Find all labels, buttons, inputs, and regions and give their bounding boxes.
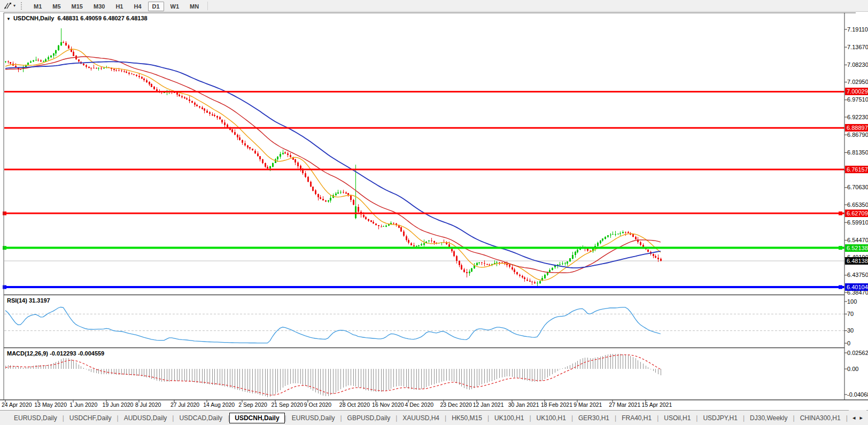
rsi-axis-label: 30 (847, 327, 854, 334)
tab-scrollers: ◂ ▸ (849, 410, 866, 425)
hline-handle-left[interactable] (3, 285, 6, 289)
symbol-tab-usdchf-daily[interactable]: USDCHF,Daily (64, 413, 117, 423)
ma-25-line (5, 57, 661, 273)
cursor-dropdown-icon[interactable]: ▾ (13, 3, 15, 8)
date-axis-label: 27 Jul 2020 (170, 401, 199, 408)
date-axis-label: 23 Dec 2020 (440, 401, 472, 408)
symbol-tab-fra40-h1[interactable]: FRA40,H1 (616, 413, 657, 423)
macd-axis-label: 0.025623 (847, 350, 868, 357)
ma-50-line (5, 61, 661, 268)
current-price-badge: 6.48138 (845, 257, 868, 265)
timeframe-button-m5[interactable]: M5 (48, 2, 65, 11)
price-axis-label: 6.54470 (847, 237, 868, 244)
date-axis-label: 13 May 2020 (34, 401, 67, 408)
macd-values: -0.012293 -0.004559 (50, 350, 104, 357)
date-axis-label: 21 Sep 2020 (272, 401, 304, 408)
timeframe-buttons: M1M5M15M30H1H4D1W1MN (28, 1, 204, 11)
price-axis-label: 6.43750 (847, 272, 868, 279)
symbol-tab-uk100-h1[interactable]: UK100,H1 (489, 413, 529, 423)
top-toolbar: ▾ M1M5M15M30H1H4D1W1MN (0, 0, 868, 12)
price-axis-label: 7.19110 (847, 26, 868, 33)
hline-handle-left[interactable] (3, 212, 6, 215)
symbol-tab-eurusd-daily[interactable]: EURUSD,Daily (286, 413, 340, 423)
level-price-badge: 6.40104 (845, 283, 868, 291)
symbol-tab-audusd-daily[interactable]: AUDUSD,Daily (119, 413, 173, 423)
symbol-tab-usdcad-daily[interactable]: USDCAD,Daily (174, 413, 228, 423)
symbol-tab-gbpusd-daily[interactable]: GBPUSD,Daily (342, 413, 396, 423)
date-axis-label: 15 Apr 2021 (642, 401, 672, 408)
date-axis-label: 14 Aug 2020 (203, 401, 235, 408)
price-axis-label: 6.59910 (847, 219, 868, 226)
timeframe-button-h1[interactable]: H1 (111, 2, 127, 11)
symbol-tab-usdjpy-h1[interactable]: USDJPY,H1 (698, 413, 742, 423)
level-price-badge: 6.52138 (845, 244, 868, 252)
timeframe-button-mn[interactable]: MN (185, 2, 203, 11)
tab-scroll-right-icon[interactable]: ▸ (857, 413, 865, 422)
date-axis-label: 8 Jul 2020 (135, 401, 161, 408)
symbol-tab-dj30-weekly[interactable]: DJ30,Weekly (745, 413, 793, 423)
symbol-tab-ger30-h1[interactable]: GER30,H1 (573, 413, 615, 423)
price-axis-label: 6.97510 (847, 96, 868, 103)
level-price-badge: 6.76157 (845, 166, 868, 173)
symbol-tab-eurusd-daily[interactable]: EURUSD,Daily (9, 413, 63, 423)
chart-cursor-icon[interactable] (2, 2, 13, 10)
rsi-value: 31.3197 (29, 297, 50, 304)
hline-handle-left[interactable] (3, 246, 6, 250)
macd-label: MACD(12,26,9) -0.012293 -0.004559 (7, 350, 104, 357)
timeframe-button-m15[interactable]: M15 (67, 2, 87, 11)
price-axis-label: 6.81350 (847, 149, 868, 156)
date-axis-label: 18 Feb 2021 (541, 401, 572, 408)
date-axis-label: 19 Jun 2020 (103, 401, 134, 408)
date-axis-label: 30 Jan 2021 (508, 401, 539, 408)
hline-handle-right[interactable] (839, 246, 842, 250)
date-axis-label: 16 Nov 2020 (372, 401, 404, 408)
timeframe-button-h4[interactable]: H4 (129, 2, 145, 11)
symbol-tab-hk50-m15[interactable]: HK50,M15 (446, 413, 487, 423)
timeframe-button-d1[interactable]: D1 (148, 2, 164, 11)
toolbar-grip[interactable] (21, 2, 24, 10)
rsi-axis-label: 100 (847, 298, 857, 305)
level-price-badge: 6.88897 (845, 124, 868, 132)
date-axis-label: 9 Mar 2021 (574, 401, 602, 408)
date-axis-label: 28 Oct 2020 (339, 401, 370, 408)
level-price-badge: 7.00029 (845, 88, 868, 95)
symbol-tab-bar: EURUSD,Daily|USDCHF,Daily|AUDUSD,Daily|U… (0, 410, 868, 425)
chart-canvas[interactable] (0, 0, 868, 425)
chart-header: ▼USDCNH,Daily 6.48831 6.49059 6.48027 6.… (6, 15, 148, 21)
timeframe-button-m1[interactable]: M1 (29, 2, 46, 11)
timeframe-button-w1[interactable]: W1 (166, 2, 184, 11)
rsi-name: RSI(14) (7, 297, 27, 304)
macd-histogram (5, 354, 661, 397)
chart-symbol-period: USDCNH,Daily (13, 15, 54, 21)
symbol-tab-china300-h1[interactable]: CHINA300,H1 (795, 413, 846, 423)
level-price-badge: 6.62709 (845, 210, 868, 217)
tab-scroll-left-icon[interactable]: ◂ (850, 413, 858, 422)
ma-10-line (5, 49, 661, 280)
collapse-icon[interactable]: ▼ (6, 17, 11, 21)
price-axis-label: 7.13670 (847, 44, 868, 51)
timeframe-button-m30[interactable]: M30 (89, 2, 109, 11)
price-axis-label: 7.08230 (847, 61, 868, 68)
price-axis-label: 6.92230 (847, 114, 868, 121)
date-axis-label: 2 Sep 2020 (238, 401, 267, 408)
price-axis-label: 6.86790 (847, 132, 868, 138)
hline-handle-right[interactable] (839, 212, 842, 215)
symbol-tab-xauusd-h4[interactable]: XAUUSD,H4 (397, 413, 445, 423)
date-axis-label: 27 Mar 2021 (609, 401, 640, 408)
rsi-axis-label: 70 (847, 311, 854, 318)
symbol-tab-usdcnh-daily[interactable]: USDCNH,Daily (229, 413, 284, 423)
date-axis-label: 12 Jan 2021 (473, 401, 504, 408)
price-axis-label: 7.02950 (847, 79, 868, 86)
rsi-label: RSI(14) 31.3197 (7, 297, 50, 304)
chart-ohlc-readout: 6.48831 6.49059 6.48027 6.48138 (57, 15, 147, 21)
rsi-line (5, 307, 661, 343)
symbol-tab-uk100-h1[interactable]: UK100,H1 (531, 413, 571, 423)
price-axis-label: 6.65350 (847, 202, 868, 208)
hline-handle-right[interactable] (839, 285, 842, 289)
toolbar-separator (207, 2, 208, 10)
date-axis-label: 4 Dec 2020 (405, 401, 433, 408)
macd-axis-label: 0.00 (847, 366, 858, 373)
rsi-axis-label: 0 (847, 340, 850, 347)
date-axis-label: 9 Oct 2020 (304, 401, 331, 408)
symbol-tab-usoil-h1[interactable]: USOil,H1 (658, 413, 696, 423)
